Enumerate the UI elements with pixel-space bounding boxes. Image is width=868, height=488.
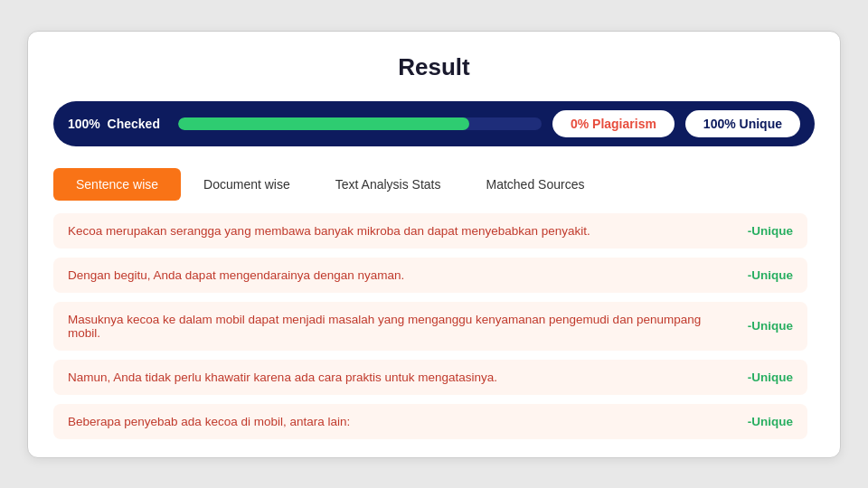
plagiarism-badge: 0% Plagiarism — [552, 110, 675, 137]
tab-text-analysis[interactable]: Text Analysis Stats — [313, 168, 464, 201]
progress-track — [178, 117, 542, 130]
result-card: Result 100% Checked 0% Plagiarism 100% U… — [27, 31, 841, 458]
table-row: Masuknya kecoa ke dalam mobil dapat menj… — [53, 302, 807, 351]
sentence-text: Kecoa merupakan serangga yang membawa ba… — [68, 224, 748, 238]
table-row: Namun, Anda tidak perlu khawatir karena … — [53, 360, 807, 395]
table-row: Kecoa merupakan serangga yang membawa ba… — [53, 213, 807, 249]
tab-sentence-wise[interactable]: Sentence wise — [53, 168, 181, 201]
tabs-container: Sentence wise Document wise Text Analysi… — [53, 168, 815, 201]
sentence-badge: -Unique — [748, 319, 793, 333]
sentence-text: Dengan begitu, Anda dapat mengendarainya… — [68, 268, 748, 282]
tab-matched-sources[interactable]: Matched Sources — [463, 168, 607, 201]
checked-text: Checked — [108, 117, 160, 131]
table-row: Dengan begitu, Anda dapat mengendarainya… — [53, 258, 807, 293]
sentence-text: Beberapa penyebab ada kecoa di mobil, an… — [68, 415, 748, 428]
sentence-badge: -Unique — [748, 268, 793, 282]
checked-label: 100% Checked — [68, 117, 167, 131]
checked-percent: 100% — [68, 117, 100, 131]
progress-fill — [178, 117, 469, 130]
tab-document-wise[interactable]: Document wise — [181, 168, 313, 201]
stats-bar: 100% Checked 0% Plagiarism 100% Unique — [53, 101, 815, 146]
sentence-badge: -Unique — [748, 415, 793, 428]
page-title: Result — [53, 53, 815, 81]
sentences-list: Kecoa merupakan serangga yang membawa ba… — [53, 213, 815, 439]
sentence-badge: -Unique — [748, 224, 793, 238]
unique-badge: 100% Unique — [685, 110, 800, 137]
table-row: Beberapa penyebab ada kecoa di mobil, an… — [53, 404, 807, 439]
sentence-badge: -Unique — [748, 371, 793, 384]
sentence-text: Masuknya kecoa ke dalam mobil dapat menj… — [68, 313, 748, 340]
sentence-text: Namun, Anda tidak perlu khawatir karena … — [68, 371, 748, 384]
